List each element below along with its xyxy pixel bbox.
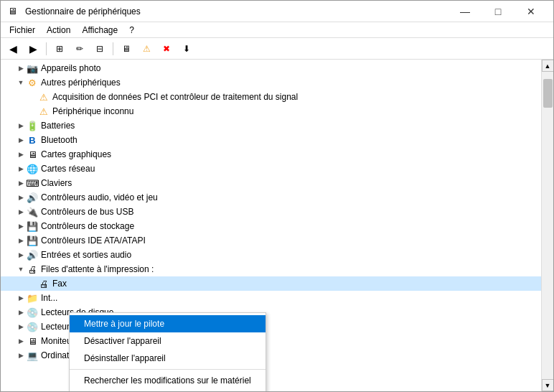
tree-item-int[interactable]: ▶ 📁 Int... — [1, 291, 541, 305]
label-periph-inconnu: Périphérique inconnu — [52, 106, 133, 116]
tree-item-ctrl-usb[interactable]: ▶ 🔌 Contrôleurs de bus USB — [1, 205, 541, 219]
ctx-item-disable-device[interactable]: Désactiver l'appareil — [70, 332, 266, 350]
icon-files-attente: 🖨 — [27, 263, 38, 275]
icon-claviers: ⌨ — [27, 177, 38, 189]
ctx-item-search-changes[interactable]: Rechercher les modifications sur le maté… — [70, 372, 266, 389]
menu-help[interactable]: ? — [123, 22, 140, 38]
content-area: ▶ 📷 Appareils photo ▼ ⚙ Autres périphéri… — [1, 60, 553, 391]
label-claviers: Claviers — [41, 178, 72, 188]
icon-ordinateur: 💻 — [27, 350, 38, 361]
label-ctrl-stockage: Contrôleurs de stockage — [41, 221, 134, 231]
title-bar-left: 🖥 Gestionnaire de périphériques — [6, 6, 141, 17]
tree-item-cartes-graph[interactable]: ▶ 🖥 Cartes graphiques — [1, 147, 541, 162]
toolbar-sep2 — [113, 42, 113, 55]
expand-cartes-reseau[interactable]: ▶ — [15, 163, 27, 174]
context-menu: Mettre à jour le pilote Désactiver l'app… — [69, 312, 266, 391]
tree-item-appareils-photo[interactable]: ▶ 📷 Appareils photo — [1, 61, 541, 75]
ctx-item-update-driver[interactable]: Mettre à jour le pilote — [70, 315, 266, 332]
maximize-button[interactable]: □ — [482, 1, 515, 22]
tree-item-ctrl-ide[interactable]: ▶ 💾 Contrôleurs IDE ATA/ATAPI — [1, 233, 541, 248]
close-button[interactable]: ✕ — [515, 1, 548, 22]
expand-autres-periph[interactable]: ▼ — [15, 77, 27, 88]
toolbar-warn[interactable]: ⚠ — [137, 40, 156, 57]
minimize-button[interactable]: — — [449, 1, 482, 22]
expand-int[interactable]: ▶ — [15, 292, 27, 304]
tree-item-print-sub1[interactable]: 🖨 Fax — [1, 276, 541, 291]
expand-ctrl-usb[interactable]: ▶ — [15, 206, 27, 218]
expand-entrees-sorties[interactable]: ▶ — [15, 249, 27, 261]
label-print-sub1: Fax — [52, 279, 67, 289]
toolbar-minus[interactable]: ⊟ — [90, 40, 109, 57]
menu-action[interactable]: Action — [41, 22, 76, 38]
label-batteries: Batteries — [41, 121, 75, 131]
toolbar-grid[interactable]: ⊞ — [50, 40, 69, 57]
scroll-up-button[interactable]: ▲ — [542, 60, 554, 72]
expand-moniteurs[interactable]: ▶ — [15, 335, 27, 347]
label-ctrl-usb: Contrôleurs de bus USB — [41, 207, 133, 217]
toolbar-back[interactable]: ◀ — [4, 40, 22, 57]
expand-bluetooth[interactable]: ▶ — [15, 134, 27, 146]
toolbar-forward[interactable]: ▶ — [24, 40, 42, 57]
label-int: Int... — [41, 293, 57, 303]
title-controls: — □ ✕ — [449, 1, 548, 22]
tree-item-cartes-reseau[interactable]: ▶ 🌐 Cartes réseau — [1, 162, 541, 176]
tree-item-autres-periph[interactable]: ▼ ⚙ Autres périphériques — [1, 75, 541, 90]
toolbar-edit[interactable]: ✏ — [70, 40, 89, 57]
scroll-track[interactable] — [542, 72, 553, 379]
tree-item-ctrl-audio[interactable]: ▶ 🔊 Contrôleurs audio, vidéo et jeu — [1, 190, 541, 205]
icon-moniteurs: 🖥 — [27, 335, 38, 347]
scroll-thumb[interactable] — [543, 79, 553, 108]
expand-ctrl-audio[interactable]: ▶ — [15, 192, 27, 203]
tree-item-files-attente[interactable]: ▼ 🖨 Files d'attente à l'impression : — [1, 262, 541, 276]
label-ctrl-ide: Contrôleurs IDE ATA/ATAPI — [41, 235, 146, 246]
icon-ctrl-audio: 🔊 — [27, 192, 38, 203]
expand-batteries[interactable]: ▶ — [15, 120, 27, 131]
expand-ordinateur[interactable]: ▶ — [15, 350, 27, 361]
toolbar-monitor[interactable]: 🖥 — [117, 40, 136, 57]
expand-lecteurs-dvd[interactable]: ▶ — [15, 321, 27, 332]
expand-files-attente[interactable]: ▼ — [15, 263, 27, 275]
scrollbar-vertical[interactable]: ▲ ▼ — [541, 60, 553, 391]
icon-lecteurs-disque: 💿 — [27, 307, 38, 318]
tree-item-claviers[interactable]: ▶ ⌨ Claviers — [1, 176, 541, 190]
icon-cartes-graph: 🖥 — [27, 149, 38, 160]
toolbar: ◀ ▶ ⊞ ✏ ⊟ 🖥 ⚠ ✖ ⬇ — [1, 38, 553, 60]
main-window: 🖥 Gestionnaire de périphériques — □ ✕ Fi… — [0, 0, 554, 392]
label-files-attente: Files d'attente à l'impression : — [41, 264, 154, 274]
expand-cartes-graph[interactable]: ▶ — [15, 149, 27, 160]
device-tree[interactable]: ▶ 📷 Appareils photo ▼ ⚙ Autres périphéri… — [1, 60, 541, 391]
label-autres-periph: Autres périphériques — [41, 78, 121, 88]
menu-fichier[interactable]: Fichier — [4, 22, 41, 38]
tree-item-periph-inconnu[interactable]: ⚠ Périphérique inconnu — [1, 104, 541, 118]
icon-ctrl-ide: 💾 — [27, 235, 38, 246]
tree-item-acquisition[interactable]: ⚠ Acquisition de données PCI et contrôle… — [1, 90, 541, 104]
icon-autres-periph: ⚙ — [27, 77, 38, 88]
tree-item-ctrl-stockage[interactable]: ▶ 💾 Contrôleurs de stockage — [1, 219, 541, 233]
label-cartes-reseau: Cartes réseau — [41, 164, 95, 174]
label-cartes-graph: Cartes graphiques — [41, 149, 111, 159]
ctx-item-uninstall-device[interactable]: Désinstaller l'appareil — [70, 350, 266, 367]
expand-lecteurs-disque[interactable]: ▶ — [15, 307, 27, 318]
toolbar-sep1 — [46, 42, 47, 55]
expand-ctrl-ide[interactable]: ▶ — [15, 235, 27, 246]
label-bluetooth: Bluetooth — [41, 135, 78, 145]
menu-affichage[interactable]: Affichage — [76, 22, 123, 38]
window-title: Gestionnaire de périphériques — [25, 6, 141, 17]
toolbar-down[interactable]: ⬇ — [177, 40, 196, 57]
title-bar: 🖥 Gestionnaire de périphériques — □ ✕ — [1, 1, 553, 22]
toolbar-remove[interactable]: ✖ — [157, 40, 176, 57]
tree-item-bluetooth[interactable]: ▶ B Bluetooth — [1, 133, 541, 147]
tree-item-batteries[interactable]: ▶ 🔋 Batteries — [1, 118, 541, 133]
window-icon: 🖥 — [6, 6, 18, 17]
icon-lecteurs-dvd: 💿 — [27, 321, 38, 332]
icon-bluetooth: B — [27, 134, 38, 146]
label-entrees-sorties: Entrées et sorties audio — [41, 250, 131, 260]
icon-entrees-sorties: 🔊 — [27, 249, 38, 261]
ctx-sep1 — [70, 369, 266, 370]
icon-print-sub1: 🖨 — [38, 278, 50, 289]
scroll-down-button[interactable]: ▼ — [542, 379, 554, 391]
expand-appareils-photo[interactable]: ▶ — [15, 62, 27, 74]
tree-item-entrees-sorties[interactable]: ▶ 🔊 Entrées et sorties audio — [1, 248, 541, 262]
expand-ctrl-stockage[interactable]: ▶ — [15, 220, 27, 232]
menu-bar: Fichier Action Affichage ? — [1, 22, 553, 38]
